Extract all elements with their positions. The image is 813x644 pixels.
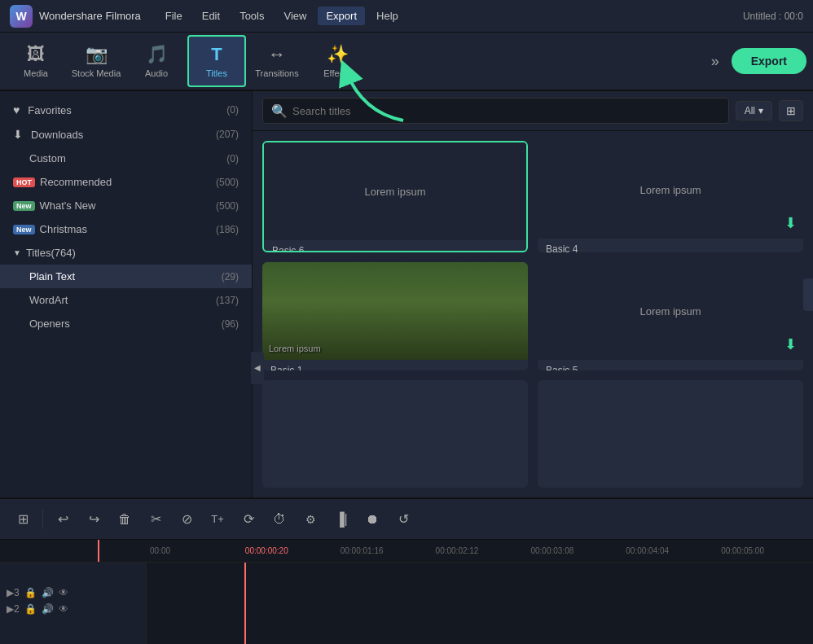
grid-toggle-button[interactable]: ⊞ [779, 100, 803, 121]
sidebar-item-plain-text[interactable]: Plain Text (29) [0, 265, 252, 288]
sidebar-item-downloads[interactable]: ⬇ Downloads (207) [0, 122, 252, 147]
track1-play-icon[interactable]: ▶3 [7, 587, 20, 598]
collapse-sidebar-button[interactable]: ◀ [251, 352, 264, 384]
title-card-label-basic1: Basic 1 [262, 360, 528, 370]
main-content: ◀ ♥ Favorites (0) ⬇ Downloads (207) Cust… [0, 91, 813, 644]
tab-transitions-label: Transitions [255, 68, 298, 78]
timeline-section: ⊞ ↩ ↪ 🗑 ✂ ⊘ T+ ⟳ ⏱ ⚙ ▐| ⏺ ↺ 00:00 00:00:… [0, 497, 813, 644]
search-icon: 🔍 [271, 103, 288, 119]
track1-lock-icon[interactable]: 🔒 [24, 587, 37, 598]
title-card-basic4[interactable]: Lorem ipsum ⬇ Basic 4 [538, 141, 803, 252]
sidebar-label-titles: Titles [26, 247, 51, 259]
title-card-thumb-basic4: Lorem ipsum ⬇ [538, 141, 803, 239]
search-input[interactable] [292, 105, 720, 117]
playhead-line-ruler [98, 540, 99, 562]
tab-titles[interactable]: T Titles [187, 35, 246, 87]
thumb-text-basic6: Lorem ipsum [364, 186, 425, 198]
menu-tools[interactable]: Tools [231, 7, 272, 25]
search-box: 🔍 [262, 98, 729, 124]
title-card-label-basic6: Basic 6 [264, 240, 526, 252]
track1-audio-icon[interactable]: 🔊 [42, 587, 54, 598]
content-grid: Lorem ipsum Basic 6 Lorem ipsum ⬇ Basic … [253, 131, 813, 497]
sidebar-item-wordart[interactable]: WordArt (137) [0, 288, 252, 312]
audio-icon: 🎵 [146, 44, 168, 65]
sidebar-item-recommended[interactable]: HOT Recommended (500) [0, 170, 252, 194]
sidebar-section-titles[interactable]: ▼ Titles (764) [0, 241, 252, 265]
delete-button[interactable]: 🗑 [112, 506, 138, 532]
track-area [147, 563, 813, 644]
menu-export[interactable]: Export [318, 7, 365, 25]
main-area: ♥ Favorites (0) ⬇ Downloads (207) Custom… [0, 91, 813, 497]
thumb-text-basic4: Lorem ipsum [639, 184, 701, 196]
menu-view[interactable]: View [275, 7, 314, 25]
tab-media[interactable]: 🖼 Media [7, 35, 65, 87]
tab-audio[interactable]: 🎵 Audio [127, 35, 186, 87]
hot-badge: HOT [13, 177, 35, 187]
track2-eye-icon[interactable]: 👁 [59, 603, 68, 615]
sidebar-item-openers[interactable]: Openers (96) [0, 312, 252, 335]
sidebar-count-recommended: (500) [216, 177, 239, 188]
download-icon-basic5[interactable]: ⬇ [784, 335, 797, 353]
track2-lock-icon[interactable]: 🔒 [24, 603, 37, 615]
track2-play-icon[interactable]: ▶2 [7, 603, 20, 615]
sidebar-item-custom[interactable]: Custom (0) [0, 147, 252, 170]
stock-media-icon: 📷 [86, 44, 108, 65]
ruler-mark-5: 00:00:04:04 [622, 546, 718, 555]
toolbar: 🖼 Media 📷 Stock Media 🎵 Audio T Titles ↔… [0, 33, 813, 91]
more-button[interactable]: » [701, 46, 730, 76]
redo-button[interactable]: ↪ [81, 506, 107, 532]
text-button[interactable]: T+ [204, 506, 231, 532]
sidebar-item-whats-new[interactable]: New What's New (500) [0, 194, 252, 217]
sidebar-count-whats-new: (500) [216, 200, 239, 212]
title-card-empty2[interactable] [538, 380, 803, 488]
ruler-mark-1: 00:00:00:20 [242, 546, 337, 555]
tab-titles-label: Titles [206, 68, 227, 78]
tab-transitions[interactable]: ↔ Transitions [248, 35, 306, 87]
export-button[interactable]: Export [732, 48, 806, 74]
cut-button[interactable]: ✂ [143, 506, 169, 532]
thumb-text-basic5: Lorem ipsum [639, 305, 701, 318]
keyframe-button[interactable]: ▐| [328, 506, 354, 532]
menu-file[interactable]: File [157, 7, 191, 25]
stabilize-button[interactable]: ↺ [390, 506, 416, 532]
title-card-thumb-basic1: Lorem ipsum [262, 262, 528, 360]
track2-audio-icon[interactable]: 🔊 [42, 603, 54, 615]
timeline-grid-button[interactable]: ⊞ [10, 506, 36, 532]
thumb-image-basic1: Lorem ipsum [262, 262, 528, 360]
sidebar-count-downloads: (207) [216, 129, 239, 140]
menu-edit[interactable]: Edit [194, 7, 228, 25]
ruler-mark-6: 00:00:05:00 [718, 546, 813, 555]
crop-button[interactable]: ⊘ [174, 506, 200, 532]
tab-effects[interactable]: ✨ Effects [308, 35, 367, 87]
title-card-basic5[interactable]: Lorem ipsum ⬇ Basic 5 [538, 262, 803, 370]
filter-dropdown[interactable]: All ▾ [736, 101, 772, 120]
title-card-basic6[interactable]: Lorem ipsum Basic 6 [262, 141, 528, 252]
title-card-thumb-empty1 [262, 380, 528, 478]
sidebar-item-favorites[interactable]: ♥ Favorites (0) [0, 98, 252, 122]
title-card-label-basic5: Basic 5 [538, 360, 803, 370]
sidebar-item-christmas[interactable]: New Christmas (186) [0, 217, 252, 241]
titles-icon: T [211, 44, 222, 65]
title-card-basic1[interactable]: Lorem ipsum Basic 1 [262, 262, 528, 370]
content-toolbar: 🔍 All ▾ ⊞ [253, 91, 813, 131]
sidebar-count-christmas: (186) [216, 224, 239, 235]
title-card-thumb-basic5: Lorem ipsum ⬇ [538, 262, 803, 360]
timer-button[interactable]: ⏱ [266, 506, 292, 532]
new-badge-whatsnew: New [13, 201, 35, 211]
title-card-empty1[interactable] [262, 380, 528, 488]
equalizer-button[interactable]: ⚙ [297, 506, 323, 532]
timeline-tracks: ▶3 🔒 🔊 👁 ▶2 🔒 🔊 👁 [0, 563, 813, 644]
sidebar-label-favorites: Favorites [28, 104, 226, 116]
window-title: Untitled : 00:0 [743, 11, 803, 22]
download-icon-basic4[interactable]: ⬇ [784, 214, 797, 232]
sidebar-label-recommended: Recommended [40, 176, 216, 188]
tab-stock-media[interactable]: 📷 Stock Media [67, 35, 125, 87]
menu-help[interactable]: Help [368, 7, 406, 25]
track1-eye-icon[interactable]: 👁 [59, 587, 68, 598]
loop-button[interactable]: ⟳ [235, 506, 261, 532]
undo-button[interactable]: ↩ [50, 506, 76, 532]
ruler-mark-3: 00:00:02:12 [433, 546, 528, 555]
record-button[interactable]: ⏺ [359, 506, 385, 532]
track-row-1: ▶3 🔒 🔊 👁 [7, 587, 139, 598]
downloads-icon: ⬇ [13, 128, 23, 141]
